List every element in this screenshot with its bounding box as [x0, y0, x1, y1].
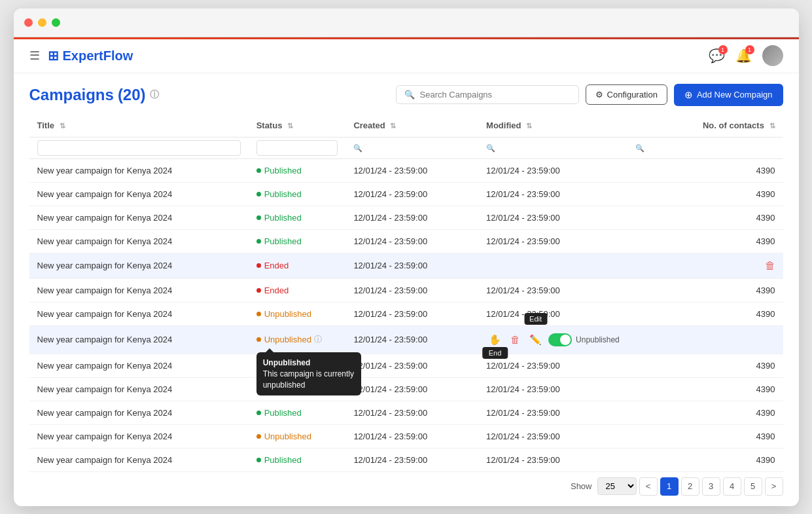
- row-title: New year campaign for Kenya 2024: [29, 424, 249, 448]
- row-contacts: 4390: [627, 158, 783, 182]
- table-row[interactable]: New year campaign for Kenya 2024 Publish…: [29, 206, 783, 229]
- page-5-button[interactable]: 5: [744, 477, 762, 496]
- row-contacts: [627, 325, 783, 354]
- contacts-sort-icon[interactable]: ⇅: [769, 122, 775, 130]
- table-row[interactable]: New year campaign for Kenya 2024 Publish…: [29, 377, 783, 401]
- status-dot: [256, 168, 261, 173]
- created-filter-icon[interactable]: 🔍: [353, 144, 362, 152]
- hand-icon-button[interactable]: ✋: [486, 333, 504, 347]
- row-modified: 12/01/24 - 23:59:00: [478, 278, 627, 302]
- table-row[interactable]: New year campaign for Kenya 2024 Publish…: [29, 182, 783, 206]
- title-filter[interactable]: [37, 140, 241, 156]
- status-filter[interactable]: [256, 140, 338, 156]
- row-modified: 12/01/24 - 23:59:00: [478, 448, 627, 471]
- gear-icon: ⚙: [595, 90, 603, 100]
- table-row[interactable]: New year campaign for Kenya 2024 Ended 1…: [29, 253, 783, 278]
- table-row[interactable]: New year campaign for Kenya 2024 Ended 1…: [29, 278, 783, 302]
- row-delete-button[interactable]: 🗑: [508, 333, 523, 346]
- status-dot: [256, 411, 261, 415]
- row-created: 12/01/24 - 23:59:00: [345, 229, 478, 253]
- close-button[interactable]: [24, 18, 33, 27]
- table-row[interactable]: New year campaign for Kenya 2024 Unpubli…: [29, 354, 783, 377]
- toggle-switch[interactable]: [548, 333, 572, 346]
- status-sort-icon[interactable]: ⇅: [287, 122, 293, 130]
- title-col-label: Title: [37, 120, 55, 130]
- alerts-badge: 1: [745, 45, 754, 54]
- row-title: New year campaign for Kenya 2024: [29, 206, 249, 229]
- row-status: Unpublished: [249, 302, 346, 325]
- minimize-button[interactable]: [38, 18, 46, 27]
- row-title: New year campaign for Kenya 2024: [29, 158, 249, 182]
- status-dot: [256, 192, 261, 196]
- menu-icon[interactable]: ☰: [29, 48, 40, 63]
- table-row[interactable]: New year campaign for Kenya 2024 Publish…: [29, 401, 783, 424]
- search-input[interactable]: [420, 90, 571, 100]
- title-sort-icon[interactable]: ⇅: [60, 122, 65, 130]
- col-modified: Modified ⇅: [478, 114, 627, 138]
- row-created: 12/01/24 - 23:59:00: [345, 325, 478, 354]
- row-title: New year campaign for Kenya 2024: [29, 229, 249, 253]
- created-sort-icon[interactable]: ⇅: [390, 122, 396, 130]
- per-page-select[interactable]: 25 50 100: [597, 477, 637, 495]
- publish-toggle[interactable]: Unpublished: [548, 333, 620, 346]
- info-icon[interactable]: ⓘ: [150, 89, 159, 101]
- notifications-button[interactable]: 🔔 1: [735, 48, 752, 64]
- table-row[interactable]: New year campaign for Kenya 2024 Publish…: [29, 229, 783, 253]
- row-status: Published: [249, 158, 346, 182]
- row-modified: 12/01/24 - 23:59:00: [478, 377, 627, 401]
- page-title-text: Campaigns: [29, 86, 114, 104]
- pagination-row: Show 25 50 100 < 1 2 3 4 5 >: [14, 472, 799, 506]
- prev-page-button[interactable]: <: [639, 477, 658, 496]
- col-created: Created ⇅: [345, 114, 478, 138]
- tooltip-body: This campaign is currently unpublished: [263, 369, 354, 390]
- created-col-label: Created: [353, 120, 385, 130]
- row-status: Published: [249, 401, 346, 424]
- row-contacts: 4390: [627, 377, 783, 401]
- table-row[interactable]: New year campaign for Kenya 2024 Publish…: [29, 448, 783, 471]
- contacts-filter-icon[interactable]: 🔍: [635, 144, 644, 152]
- page-2-button[interactable]: 2: [681, 477, 699, 496]
- navbar-left: ☰ ⊞ ExpertFlow: [29, 48, 133, 64]
- modified-filter-icon[interactable]: 🔍: [486, 144, 495, 152]
- status-dot: [256, 215, 261, 220]
- configuration-button[interactable]: ⚙ Configuration: [586, 84, 667, 105]
- table-row[interactable]: New year campaign for Kenya 2024 Publish…: [29, 158, 783, 182]
- add-campaign-button[interactable]: ⊕ Add New Compaign: [674, 84, 783, 106]
- row-created: 12/01/24 - 23:59:00: [345, 206, 478, 229]
- row-created: 12/01/24 - 23:59:00: [345, 278, 478, 302]
- avatar-image: [762, 45, 783, 66]
- status-dot: [256, 263, 261, 268]
- page-1-button[interactable]: 1: [660, 477, 679, 496]
- delete-icon[interactable]: 🗑: [765, 260, 775, 271]
- search-icon: 🔍: [404, 90, 415, 100]
- row-modified: 12/01/24 - 23:59:00: [478, 182, 627, 206]
- page-4-button[interactable]: 4: [723, 477, 741, 496]
- app-window: ☰ ⊞ ExpertFlow 💬 1 🔔 1: [14, 9, 799, 506]
- row-created: 12/01/24 - 23:59:00: [345, 182, 478, 206]
- page-3-button[interactable]: 3: [702, 477, 720, 496]
- messages-button[interactable]: 💬 1: [709, 48, 725, 64]
- edit-button[interactable]: ✏️: [527, 333, 544, 347]
- table-row[interactable]: New year campaign for Kenya 2024 Unpubli…: [29, 424, 783, 448]
- table-row[interactable]: New year campaign for Kenya 2024 Unpubli…: [29, 325, 783, 354]
- user-avatar[interactable]: [762, 45, 783, 66]
- row-title: New year campaign for Kenya 2024: [29, 354, 249, 377]
- row-contacts: 🗑: [627, 253, 783, 278]
- row-created: 12/01/24 - 23:59:00: [345, 302, 478, 325]
- row-contacts: 4390: [627, 278, 783, 302]
- maximize-button[interactable]: [52, 18, 60, 27]
- row-status: Published: [249, 448, 346, 471]
- search-box: 🔍: [396, 85, 579, 104]
- campaigns-table-container[interactable]: Title ⇅ Status ⇅ Created ⇅ Modified: [14, 114, 799, 472]
- toggle-label: Unpublished: [576, 335, 620, 344]
- status-dot: [256, 434, 261, 439]
- next-page-button[interactable]: >: [765, 477, 783, 496]
- messages-badge: 1: [718, 45, 728, 54]
- status-info-icon[interactable]: ⓘ: [314, 334, 322, 345]
- row-title: New year campaign for Kenya 2024: [29, 253, 249, 278]
- modified-sort-icon[interactable]: ⇅: [526, 122, 532, 130]
- show-label: Show: [571, 481, 592, 491]
- table-row[interactable]: New year campaign for Kenya 2024 Unpubli…: [29, 302, 783, 325]
- row-status: Unpublished: [249, 424, 346, 448]
- row-title: New year campaign for Kenya 2024: [29, 377, 249, 401]
